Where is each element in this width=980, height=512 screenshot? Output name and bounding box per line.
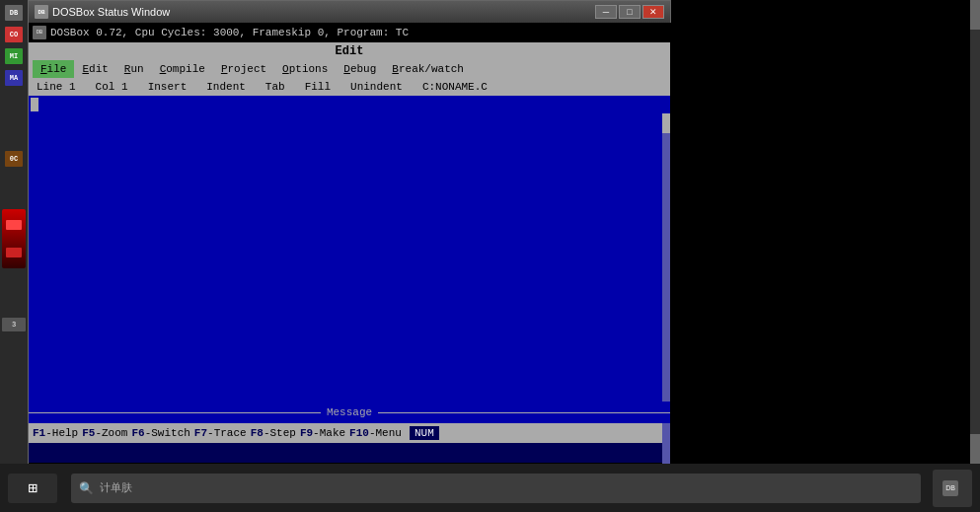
sidebar-label-1: DB <box>10 9 18 17</box>
dosbox-app-icon: DB <box>35 5 48 19</box>
menu-file[interactable]: File <box>33 60 74 78</box>
right-scrollbar[interactable] <box>970 0 980 464</box>
dosbox-title-buttons: ─ □ ✕ <box>595 5 664 19</box>
sidebar-label-4: MA <box>10 74 18 82</box>
message-text: Message <box>321 406 378 418</box>
fn-key-bar: F1-Help F5-Zoom F6-Switch F7-Trace F8-St… <box>29 423 670 443</box>
status-col-num: Col 1 <box>96 81 128 93</box>
status-indent: Indent <box>206 81 246 93</box>
menu-debug[interactable]: Debug <box>336 60 384 78</box>
sidebar-label-2: CO <box>10 31 18 38</box>
taskbar-search-box[interactable]: 🔍 计单肤 <box>71 474 921 503</box>
message-bar: Message <box>29 402 670 423</box>
taskbar: ⊞ 🔍 计单肤 DB <box>0 464 980 512</box>
tc-info-bar: DB DOSBox 0.72, Cpu Cycles: 3000, Frames… <box>29 23 672 42</box>
status-line-num: Line 1 <box>37 81 76 93</box>
search-placeholder-text: 计单肤 <box>100 480 132 495</box>
fn-f6[interactable]: F6-Switch <box>131 427 189 439</box>
status-line: Line 1 Col 1 Insert Indent Tab Fill Unin… <box>29 78 670 96</box>
taskbar-dosbox-app[interactable]: DB <box>933 470 972 507</box>
fn-f1[interactable]: F1-Help <box>33 427 78 439</box>
status-tab: Tab <box>265 81 285 93</box>
dosbox-title-text: DOSBox Status Window <box>52 6 591 18</box>
sidebar-icon-4[interactable]: MA <box>1 67 27 89</box>
left-sidebar: DB CO MI MA 0C 3 <box>0 0 28 464</box>
sidebar-icon-3[interactable]: MI <box>1 45 27 67</box>
tc-title-bar: Edit <box>29 42 670 60</box>
sidebar-icon-5[interactable]: 0C <box>1 148 27 170</box>
cursor-indicator <box>31 98 38 111</box>
status-insert: Insert <box>148 81 188 93</box>
sidebar-icon-3c: 3 <box>2 318 26 331</box>
menu-bar: File Edit Run Compile Project Options <box>29 60 670 78</box>
right-black-area <box>671 0 980 464</box>
taskbar-app-icon: DB <box>942 480 958 496</box>
fn-f8[interactable]: F8-Step <box>251 427 296 439</box>
tc-inner-window: Edit File Edit Run Compile Project <box>29 42 670 463</box>
maximize-button[interactable]: □ <box>619 5 641 19</box>
status-unindent: Unindent <box>350 81 403 93</box>
tc-title-text: Edit <box>336 44 364 58</box>
menu-edit[interactable]: Edit <box>74 60 115 78</box>
fn-f5[interactable]: F5-Zoom <box>82 427 127 439</box>
menu-compile[interactable]: Compile <box>152 60 213 78</box>
edit-area[interactable] <box>29 96 670 402</box>
fn-f7[interactable]: F7-Trace <box>194 427 247 439</box>
status-fill: Fill <box>305 81 331 93</box>
sidebar-label-3: MI <box>10 52 18 60</box>
sidebar-icon-2[interactable]: CO <box>1 24 27 45</box>
dosbox-window: DB DOSBox Status Window ─ □ ✕ DB DOSBox … <box>28 0 671 464</box>
fn-f10[interactable]: F10-Menu <box>349 427 402 439</box>
menu-project[interactable]: Project <box>213 60 274 78</box>
start-button[interactable]: ⊞ <box>8 474 57 503</box>
search-icon: 🔍 <box>79 481 94 495</box>
sidebar-label-5: 0C <box>10 155 18 163</box>
right-scrollbar-up[interactable] <box>970 0 980 30</box>
menu-run[interactable]: Run <box>116 60 152 78</box>
dosbox-small-icon: DB <box>33 26 46 39</box>
status-filename: C:NONAME.C <box>422 81 488 93</box>
num-lock-indicator: NUM <box>410 426 439 440</box>
menu-break-watch[interactable]: Break/watch <box>384 60 472 78</box>
sidebar-icon-extra <box>2 209 26 268</box>
dosbox-title-bar: DB DOSBox Status Window ─ □ ✕ <box>29 1 670 23</box>
sidebar-icon-1[interactable]: DB <box>1 2 27 24</box>
tc-info-text: DOSBox 0.72, Cpu Cycles: 3000, Frameskip… <box>50 27 409 38</box>
right-scrollbar-down[interactable] <box>970 434 980 464</box>
scrollbar-thumb[interactable] <box>662 113 670 133</box>
close-button[interactable]: ✕ <box>642 5 664 19</box>
fn-f9[interactable]: F9-Make <box>300 427 345 439</box>
minimize-button[interactable]: ─ <box>595 5 617 19</box>
menu-options[interactable]: Options <box>274 60 336 78</box>
tc-container: DB DOSBox 0.72, Cpu Cycles: 3000, Frames… <box>29 23 672 465</box>
